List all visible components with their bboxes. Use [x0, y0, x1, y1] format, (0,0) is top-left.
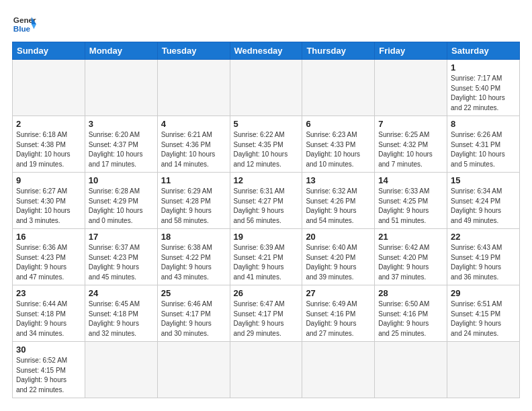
day-number: 9	[16, 175, 81, 185]
calendar-cell: 28Sunrise: 6:50 AM Sunset: 4:16 PM Dayli…	[375, 285, 447, 342]
day-number: 26	[234, 288, 299, 298]
calendar-cell: 10Sunrise: 6:28 AM Sunset: 4:29 PM Dayli…	[85, 173, 157, 229]
calendar-cell: 6Sunrise: 6:23 AM Sunset: 4:33 PM Daylig…	[302, 116, 375, 173]
day-number: 7	[378, 119, 443, 129]
day-number: 16	[16, 232, 81, 242]
svg-marker-3	[32, 24, 36, 29]
day-number: 2	[16, 119, 81, 129]
day-number: 20	[306, 232, 371, 242]
weekday-header-saturday: Saturday	[447, 42, 520, 60]
calendar-cell: 7Sunrise: 6:25 AM Sunset: 4:32 PM Daylig…	[375, 116, 447, 173]
calendar-cell: 2Sunrise: 6:18 AM Sunset: 4:38 PM Daylig…	[13, 116, 85, 173]
day-number: 4	[161, 119, 226, 129]
calendar-cell	[375, 60, 447, 116]
svg-text:Blue: Blue	[13, 24, 31, 33]
day-info: Sunrise: 6:40 AM Sunset: 4:20 PM Dayligh…	[306, 243, 371, 282]
day-number: 1	[451, 62, 516, 73]
day-info: Sunrise: 6:50 AM Sunset: 4:16 PM Dayligh…	[378, 300, 443, 338]
header: General Blue	[12, 12, 520, 36]
calendar-cell: 18Sunrise: 6:38 AM Sunset: 4:22 PM Dayli…	[157, 229, 230, 285]
weekday-header-monday: Monday	[85, 42, 157, 60]
calendar-cell: 22Sunrise: 6:43 AM Sunset: 4:19 PM Dayli…	[447, 229, 520, 285]
day-info: Sunrise: 6:38 AM Sunset: 4:22 PM Dayligh…	[161, 243, 226, 282]
day-number: 28	[378, 288, 443, 298]
day-number: 29	[451, 288, 516, 298]
calendar-cell: 5Sunrise: 6:22 AM Sunset: 4:35 PM Daylig…	[230, 116, 302, 173]
day-info: Sunrise: 6:32 AM Sunset: 4:26 PM Dayligh…	[306, 187, 371, 226]
calendar-cell	[447, 342, 520, 398]
day-number: 13	[306, 175, 371, 185]
day-number: 27	[306, 288, 371, 298]
day-number: 21	[378, 232, 443, 242]
day-info: Sunrise: 6:46 AM Sunset: 4:17 PM Dayligh…	[161, 300, 226, 338]
calendar-cell: 29Sunrise: 6:51 AM Sunset: 4:15 PM Dayli…	[447, 285, 520, 342]
calendar-cell	[85, 60, 157, 116]
day-info: Sunrise: 6:20 AM Sunset: 4:37 PM Dayligh…	[89, 130, 154, 169]
weekday-header-row: SundayMondayTuesdayWednesdayThursdayFrid…	[13, 42, 520, 60]
calendar-cell: 9Sunrise: 6:27 AM Sunset: 4:30 PM Daylig…	[13, 173, 85, 229]
day-info: Sunrise: 6:23 AM Sunset: 4:33 PM Dayligh…	[306, 130, 371, 169]
calendar-cell: 27Sunrise: 6:49 AM Sunset: 4:16 PM Dayli…	[302, 285, 375, 342]
calendar-cell	[302, 60, 375, 116]
day-info: Sunrise: 6:26 AM Sunset: 4:31 PM Dayligh…	[451, 130, 516, 169]
calendar-cell: 20Sunrise: 6:40 AM Sunset: 4:20 PM Dayli…	[302, 229, 375, 285]
calendar-cell: 24Sunrise: 6:45 AM Sunset: 4:18 PM Dayli…	[85, 285, 157, 342]
calendar-cell: 25Sunrise: 6:46 AM Sunset: 4:17 PM Dayli…	[157, 285, 230, 342]
calendar-table: SundayMondayTuesdayWednesdayThursdayFrid…	[12, 42, 520, 398]
day-info: Sunrise: 6:37 AM Sunset: 4:23 PM Dayligh…	[89, 243, 154, 282]
calendar-cell: 17Sunrise: 6:37 AM Sunset: 4:23 PM Dayli…	[85, 229, 157, 285]
day-info: Sunrise: 6:42 AM Sunset: 4:20 PM Dayligh…	[378, 243, 443, 282]
day-info: Sunrise: 7:17 AM Sunset: 5:40 PM Dayligh…	[451, 74, 516, 113]
calendar-cell: 21Sunrise: 6:42 AM Sunset: 4:20 PM Dayli…	[375, 229, 447, 285]
week-row-3: 16Sunrise: 6:36 AM Sunset: 4:23 PM Dayli…	[13, 229, 520, 285]
week-row-1: 2Sunrise: 6:18 AM Sunset: 4:38 PM Daylig…	[13, 116, 520, 173]
calendar-cell: 30Sunrise: 6:52 AM Sunset: 4:15 PM Dayli…	[13, 342, 85, 398]
day-number: 15	[451, 175, 516, 185]
logo: General Blue	[12, 12, 36, 36]
day-number: 22	[451, 232, 516, 242]
calendar-cell: 11Sunrise: 6:29 AM Sunset: 4:28 PM Dayli…	[157, 173, 230, 229]
day-info: Sunrise: 6:25 AM Sunset: 4:32 PM Dayligh…	[378, 130, 443, 169]
day-number: 17	[89, 232, 154, 242]
calendar-cell	[230, 60, 302, 116]
page: General Blue SundayMondayTuesdayWednesda…	[0, 0, 532, 405]
calendar-cell: 19Sunrise: 6:39 AM Sunset: 4:21 PM Dayli…	[230, 229, 302, 285]
day-info: Sunrise: 6:39 AM Sunset: 4:21 PM Dayligh…	[234, 243, 299, 282]
week-row-4: 23Sunrise: 6:44 AM Sunset: 4:18 PM Dayli…	[13, 285, 520, 342]
calendar-cell	[13, 60, 85, 116]
day-number: 5	[234, 119, 299, 129]
calendar-cell: 13Sunrise: 6:32 AM Sunset: 4:26 PM Dayli…	[302, 173, 375, 229]
calendar-cell	[157, 342, 230, 398]
weekday-header-friday: Friday	[375, 42, 447, 60]
day-number: 12	[234, 175, 299, 185]
day-info: Sunrise: 6:27 AM Sunset: 4:30 PM Dayligh…	[16, 187, 81, 226]
day-info: Sunrise: 6:49 AM Sunset: 4:16 PM Dayligh…	[306, 300, 371, 338]
logo-icon: General Blue	[12, 12, 36, 36]
calendar-cell: 8Sunrise: 6:26 AM Sunset: 4:31 PM Daylig…	[447, 116, 520, 173]
calendar-cell: 16Sunrise: 6:36 AM Sunset: 4:23 PM Dayli…	[13, 229, 85, 285]
day-info: Sunrise: 6:21 AM Sunset: 4:36 PM Dayligh…	[161, 130, 226, 169]
calendar-cell	[85, 342, 157, 398]
weekday-header-tuesday: Tuesday	[157, 42, 230, 60]
calendar-cell: 1Sunrise: 7:17 AM Sunset: 5:40 PM Daylig…	[447, 60, 520, 116]
calendar-cell	[302, 342, 375, 398]
day-info: Sunrise: 6:51 AM Sunset: 4:15 PM Dayligh…	[451, 300, 516, 338]
week-row-2: 9Sunrise: 6:27 AM Sunset: 4:30 PM Daylig…	[13, 173, 520, 229]
calendar-cell: 26Sunrise: 6:47 AM Sunset: 4:17 PM Dayli…	[230, 285, 302, 342]
day-info: Sunrise: 6:36 AM Sunset: 4:23 PM Dayligh…	[16, 243, 81, 282]
day-number: 18	[161, 232, 226, 242]
day-info: Sunrise: 6:52 AM Sunset: 4:15 PM Dayligh…	[16, 356, 81, 395]
day-info: Sunrise: 6:47 AM Sunset: 4:17 PM Dayligh…	[234, 300, 299, 338]
day-info: Sunrise: 6:33 AM Sunset: 4:25 PM Dayligh…	[378, 187, 443, 226]
calendar-cell: 4Sunrise: 6:21 AM Sunset: 4:36 PM Daylig…	[157, 116, 230, 173]
day-number: 3	[89, 119, 154, 129]
day-number: 11	[161, 175, 226, 185]
calendar-cell	[230, 342, 302, 398]
day-info: Sunrise: 6:45 AM Sunset: 4:18 PM Dayligh…	[89, 300, 154, 338]
calendar-cell: 14Sunrise: 6:33 AM Sunset: 4:25 PM Dayli…	[375, 173, 447, 229]
calendar-cell: 15Sunrise: 6:34 AM Sunset: 4:24 PM Dayli…	[447, 173, 520, 229]
day-number: 30	[16, 345, 81, 355]
day-info: Sunrise: 6:34 AM Sunset: 4:24 PM Dayligh…	[451, 187, 516, 226]
day-info: Sunrise: 6:29 AM Sunset: 4:28 PM Dayligh…	[161, 187, 226, 226]
week-row-0: 1Sunrise: 7:17 AM Sunset: 5:40 PM Daylig…	[13, 60, 520, 116]
